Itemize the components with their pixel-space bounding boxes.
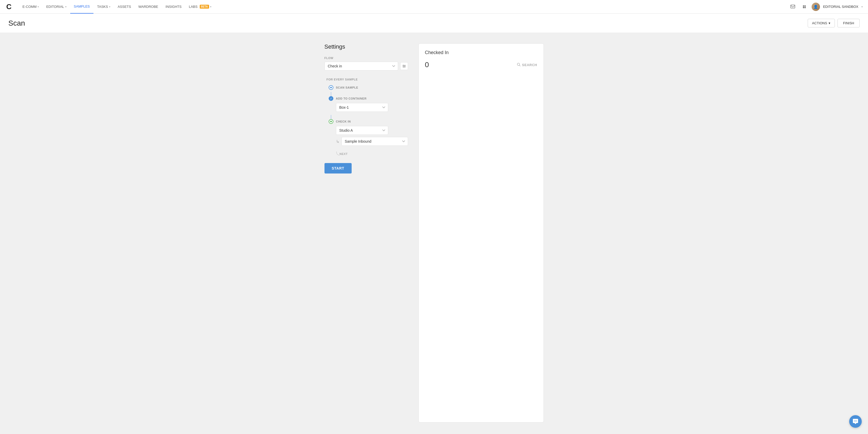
left-spacer (10, 44, 314, 423)
svg-point-3 (804, 5, 806, 6)
checked-in-header: 0 SEARCH (425, 61, 537, 69)
step-connector-1 (331, 92, 331, 96)
search-label: SEARCH (522, 63, 537, 67)
app-logo[interactable]: C (5, 2, 14, 11)
apps-icon[interactable] (800, 3, 808, 11)
labs-chevron-icon: ▾ (210, 5, 212, 8)
right-panel-spacer (554, 44, 858, 423)
step-scan-sample: SCAN SAMPLE (329, 85, 408, 96)
container-select[interactable]: Box-1 Box-2 Box-3 (336, 103, 388, 112)
labs-beta-badge: BETA (200, 5, 209, 9)
nav-item-insights[interactable]: INSIGHTS (162, 0, 185, 13)
svg-point-16 (856, 421, 857, 422)
add-container-circle: ✓ (329, 96, 333, 101)
notifications-icon[interactable] (788, 3, 797, 11)
checked-in-title: Checked In (425, 50, 537, 55)
settings-title: Settings (324, 44, 408, 50)
step-connector-2 (331, 115, 331, 119)
scan-sample-dot (330, 87, 332, 88)
search-icon (517, 63, 521, 67)
svg-point-4 (803, 7, 804, 8)
sublocation-select[interactable]: Sample Inbound Sample Outbound Storage (341, 137, 408, 146)
nav-item-editorial[interactable]: EDITORIAL ▾ (42, 0, 70, 13)
nav-item-labs[interactable]: LABS BETA ▾ (185, 0, 215, 13)
svg-text:C: C (6, 3, 11, 11)
avatar[interactable]: 👤 (812, 3, 820, 11)
next-text-label: NEXT (340, 152, 348, 155)
svg-point-14 (854, 421, 855, 422)
tasks-chevron-icon: ▾ (109, 5, 111, 8)
sublocation-arrow-icon: ↳ (336, 139, 339, 144)
add-container-label: ADD TO CONTAINER (336, 97, 367, 100)
flow-steps: SCAN SAMPLE ✓ ADD TO CONTAINER Box-1 Box… (327, 85, 408, 157)
svg-line-13 (519, 65, 520, 66)
step-check-in: CHECK IN Studio A Studio B Studio C ↳ Sa… (329, 119, 408, 150)
nav-item-assets[interactable]: ASSETS (114, 0, 135, 13)
navbar: C E-COMM ▾ EDITORIAL ▾ SAMPLES TASKS ▾ A… (0, 0, 868, 13)
flow-field: FLOW Check in Check out Move (324, 56, 408, 70)
actions-button[interactable]: ACTIONS ▾ (808, 19, 835, 27)
step-container-header: ✓ ADD TO CONTAINER (329, 96, 408, 101)
for-every-label: FOR EVERY SAMPLE (327, 78, 408, 81)
nav-items: E-COMM ▾ EDITORIAL ▾ SAMPLES TASKS ▾ ASS… (19, 0, 788, 13)
flow-label: FLOW (324, 56, 408, 60)
search-area[interactable]: SEARCH (517, 63, 537, 67)
check-in-dot (330, 121, 332, 122)
for-every-section: FOR EVERY SAMPLE SCAN SAMPLE ✓ (324, 78, 408, 157)
checked-in-count: 0 (425, 61, 429, 69)
nav-item-samples[interactable]: SAMPLES (70, 0, 93, 13)
scan-sample-label: SCAN SAMPLE (336, 86, 359, 89)
flow-settings-icon[interactable] (400, 62, 408, 70)
start-button[interactable]: START (324, 163, 352, 173)
actions-chevron-icon: ▾ (829, 21, 830, 25)
user-chevron-icon[interactable]: ▾ (862, 5, 863, 8)
nav-right: 👤 EDITORIAL SANDBOX ▾ (788, 3, 863, 11)
sublocation-row: ↳ Sample Inbound Sample Outbound Storage (336, 137, 408, 146)
scan-sample-circle (329, 85, 333, 90)
page-header: Scan ACTIONS ▾ FINISH (0, 13, 868, 33)
next-label-row: NEXT (334, 151, 408, 157)
check-in-content: Studio A Studio B Studio C ↳ Sample Inbo… (336, 126, 408, 146)
next-arc-icon (334, 151, 340, 157)
svg-point-11 (403, 67, 404, 67)
chat-button[interactable] (849, 415, 862, 428)
container-select-content: Box-1 Box-2 Box-3 (336, 103, 408, 112)
step-add-container: ✓ ADD TO CONTAINER Box-1 Box-2 Box-3 (329, 96, 408, 119)
location-select[interactable]: Studio A Studio B Studio C (336, 126, 388, 135)
svg-point-2 (803, 5, 804, 6)
main-content: Settings FLOW Check in Check out Move (0, 33, 868, 433)
nav-item-tasks[interactable]: TASKS ▾ (93, 0, 114, 13)
finish-button[interactable]: FINISH (837, 19, 860, 27)
svg-point-9 (403, 65, 404, 65)
user-name-label[interactable]: EDITORIAL SANDBOX (823, 5, 858, 9)
avatar-image: 👤 (812, 3, 820, 11)
settings-panel: Settings FLOW Check in Check out Move (324, 44, 408, 423)
step-checkin-header: CHECK IN (329, 119, 408, 124)
svg-point-5 (804, 7, 806, 8)
nav-item-ecomm[interactable]: E-COMM ▾ (19, 0, 42, 13)
page-title: Scan (8, 19, 25, 27)
flow-select-wrapper: Check in Check out Move (324, 62, 408, 70)
svg-point-10 (404, 66, 405, 67)
svg-rect-1 (791, 5, 795, 8)
ecomm-chevron-icon: ▾ (38, 5, 39, 8)
editorial-chevron-icon: ▾ (65, 5, 67, 8)
step-scan-header: SCAN SAMPLE (329, 85, 408, 90)
flow-select[interactable]: Check in Check out Move (324, 62, 398, 70)
header-actions: ACTIONS ▾ FINISH (808, 19, 860, 27)
svg-point-15 (855, 421, 856, 422)
checked-in-panel: Checked In 0 SEARCH (418, 44, 544, 423)
check-in-label: CHECK IN (336, 120, 351, 123)
check-in-circle (329, 119, 333, 124)
nav-item-wardrobe[interactable]: WARDROBE (135, 0, 162, 13)
